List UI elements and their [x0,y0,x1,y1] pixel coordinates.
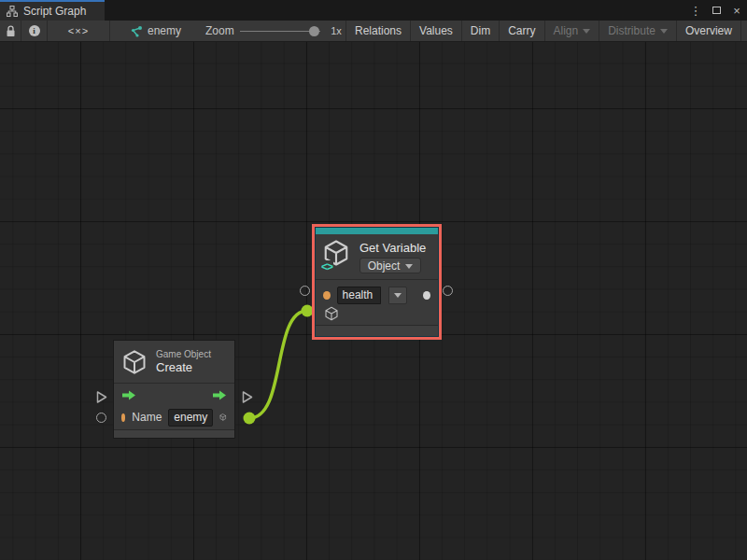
variable-chevrons-icon: <> [320,260,333,273]
name-input-row: Name enemy [114,406,234,428]
code-icon: <×> [68,25,89,36]
node-category: Game Object [156,349,211,360]
chevron-down-icon [405,264,413,269]
chevron-down-icon [583,29,590,34]
node-footer [316,325,438,336]
wire-source-dot[interactable] [244,413,256,425]
relations-button[interactable]: Relations [345,21,410,41]
chevron-down-icon [394,293,402,298]
info-icon: i [29,25,40,36]
variable-scope-dropdown[interactable]: Object [359,258,421,273]
string-port-dot [121,413,125,422]
variable-name-row: health [316,284,438,306]
code-preview-button[interactable]: <×> [48,21,109,41]
node-title: Create [156,360,211,375]
node-game-object-create[interactable]: Game Object Create Name enemy [113,340,235,439]
full-screen-button[interactable]: Full Screen [740,21,747,41]
script-graph-icon [7,6,18,17]
name-label: Name [132,411,162,424]
tab-script-graph[interactable]: Script Graph [0,0,105,21]
carry-button[interactable]: Carry [499,21,543,41]
flow-output-port[interactable] [241,390,254,404]
connection-wire[interactable] [249,311,307,418]
tab-label: Script Graph [23,5,86,18]
string-port-dot [323,291,331,300]
zoom-slider[interactable] [240,21,320,41]
flow-out-arrow-icon[interactable] [212,390,227,400]
info-button[interactable]: i [21,21,47,41]
variable-picker-dropdown[interactable] [388,287,408,304]
game-object-input-icon [324,306,339,321]
string-input-port[interactable] [300,286,310,296]
title-bar: Script Graph ⋮ × [0,0,747,21]
flow-in-arrow-icon[interactable] [121,390,136,400]
lock-button[interactable] [0,21,21,41]
get-variable-body: health [316,280,438,325]
variable-node-color-bar [316,228,438,234]
close-icon[interactable]: × [726,0,747,21]
align-button[interactable]: Align [544,21,599,41]
dim-button[interactable]: Dim [461,21,499,41]
window-controls: ⋮ × [685,0,747,21]
value-input-port[interactable] [96,413,106,423]
breadcrumb[interactable]: enemy [123,21,190,41]
name-input[interactable]: enemy [168,409,213,427]
maximize-icon[interactable] [706,0,726,21]
node-get-variable[interactable]: <> Get Variable Object health [315,227,439,337]
flow-input-port[interactable] [95,390,108,404]
zoom-value: 1x [326,21,346,41]
game-object-output-icon [219,410,227,425]
graph-canvas[interactable]: Game Object Create Name enemy [0,42,747,560]
zoom-slider-handle[interactable] [309,26,319,36]
graph-breadcrumb-icon [129,25,142,37]
graph-toolbar: i <×> enemy Zoom 1x Relations Values Dim… [0,21,747,42]
lock-icon [6,25,16,37]
create-node-header: Game Object Create [114,341,234,383]
overview-button[interactable]: Overview [676,21,740,41]
node-footer [114,429,234,438]
more-menu-icon[interactable]: ⋮ [685,0,706,21]
distribute-button[interactable]: Distribute [599,21,676,41]
breadcrumb-label: enemy [148,24,181,37]
flow-ports-row [114,384,234,406]
node-title: Get Variable [359,240,426,256]
value-output-dot [423,291,430,300]
variable-name-input[interactable]: health [337,287,381,304]
values-button[interactable]: Values [410,21,461,41]
get-variable-header: <> Get Variable Object [316,234,438,279]
chevron-down-icon [660,29,668,34]
toolbar-buttons: Relations Values Dim Carry Align Distrib… [345,21,747,41]
value-output-port[interactable] [443,286,453,296]
zoom-label: Zoom [205,21,239,41]
game-object-cube-icon [121,349,148,375]
node-get-variable-selection: <> Get Variable Object health [312,224,442,340]
